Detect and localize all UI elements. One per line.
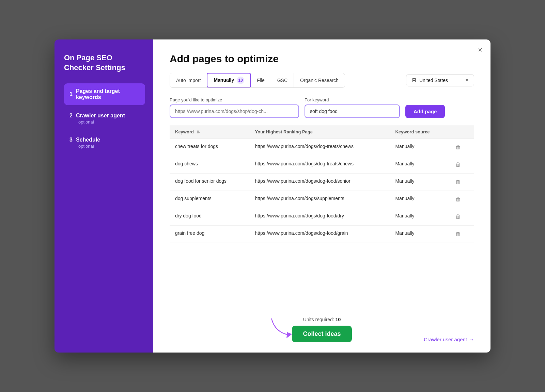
tab-manually-label: Manually	[214, 77, 234, 83]
delete-button[interactable]: 🗑	[453, 144, 463, 151]
tabs-group: Auto Import Manually 10 File GSC Organic…	[170, 73, 345, 88]
delete-button[interactable]: 🗑	[453, 178, 463, 186]
main-content: × Add pages to optimize Auto Import Manu…	[153, 39, 490, 353]
cell-keyword: dog supplements	[170, 191, 250, 208]
chevron-down-icon: ▼	[465, 78, 469, 83]
cell-source: Manually	[390, 191, 448, 208]
cell-delete: 🗑	[448, 139, 474, 156]
col-actions	[448, 125, 474, 139]
delete-button[interactable]: 🗑	[453, 230, 463, 238]
sidebar-item-number-2: 2	[69, 113, 73, 119]
tabs-row: Auto Import Manually 10 File GSC Organic…	[170, 73, 474, 88]
cell-page: https://www.purina.com/dogs/dog-treats/c…	[250, 139, 390, 156]
table-container: Keyword ⇅ Your Highest Ranking Page Keyw…	[170, 125, 474, 311]
table-row: grain free dog https://www.purina.com/do…	[170, 226, 474, 243]
cell-delete: 🗑	[448, 208, 474, 226]
sidebar-item-label-1: Pages and target keywords	[76, 88, 140, 100]
cell-keyword: chew treats for dogs	[170, 139, 250, 156]
add-page-button[interactable]: Add page	[405, 105, 445, 118]
crawler-user-agent-link[interactable]: Crawler user agent →	[424, 337, 474, 342]
cell-page: https://www.purina.com/dogs/dog-food/dry	[250, 208, 390, 226]
arrow-decoration	[268, 315, 295, 339]
col-source: Keyword source	[390, 125, 448, 139]
col-page: Your Highest Ranking Page	[250, 125, 390, 139]
tab-file[interactable]: File	[251, 73, 271, 87]
units-value: 10	[336, 317, 341, 322]
cell-source: Manually	[390, 208, 448, 226]
table-row: dog food for senior dogs https://www.pur…	[170, 174, 474, 191]
sidebar-item-label-2: Crawler user agent	[76, 113, 125, 119]
monitor-icon: 🖥	[411, 77, 417, 83]
tab-gsc[interactable]: GSC	[271, 73, 294, 87]
sidebar-item-sublabel-3: optional	[78, 144, 140, 149]
sidebar-item-sublabel-2: optional	[78, 119, 140, 125]
sidebar-item-label-3: Schedule	[76, 137, 100, 143]
form-row: Page you'd like to optimize For keyword …	[170, 97, 474, 118]
tab-organic-research[interactable]: Organic Research	[294, 73, 345, 87]
main-inner: Add pages to optimize Auto Import Manual…	[153, 39, 490, 353]
delete-button[interactable]: 🗑	[453, 196, 463, 203]
cell-page: https://www.purina.com/dogs/dog-treats/c…	[250, 156, 390, 174]
cell-page: https://www.purina.com/dogs/dog-food/gra…	[250, 226, 390, 243]
sidebar-item-schedule[interactable]: 3 Schedule optional	[64, 132, 145, 153]
units-text: Units required: 10	[303, 317, 341, 322]
keyword-input[interactable]	[305, 104, 400, 118]
cell-page: https://www.purina.com/dogs/supplements	[250, 191, 390, 208]
data-table: Keyword ⇅ Your Highest Ranking Page Keyw…	[170, 125, 474, 243]
cell-delete: 🗑	[448, 156, 474, 174]
cell-keyword: dry dog food	[170, 208, 250, 226]
crawler-link-label: Crawler user agent	[424, 337, 467, 342]
country-selector[interactable]: 🖥 United States ▼	[406, 74, 474, 86]
delete-button[interactable]: 🗑	[453, 213, 463, 220]
table-row: dog chews https://www.purina.com/dogs/do…	[170, 156, 474, 174]
sidebar-item-number-3: 3	[69, 137, 73, 143]
tab-manually-badge: 10	[237, 77, 244, 84]
country-label: United States	[419, 78, 462, 83]
svg-marker-0	[286, 332, 292, 338]
tab-auto-import[interactable]: Auto Import	[170, 73, 207, 87]
tab-manually[interactable]: Manually 10	[207, 73, 251, 88]
cell-page: https://www.purina.com/dogs/dog-food/sen…	[250, 174, 390, 191]
table-row: dog supplements https://www.purina.com/d…	[170, 191, 474, 208]
keyword-label: For keyword	[305, 97, 400, 102]
cell-delete: 🗑	[448, 226, 474, 243]
sidebar: On Page SEO Checker Settings 1 Pages and…	[54, 39, 153, 353]
col-keyword: Keyword ⇅	[170, 125, 250, 139]
sidebar-item-number-1: 1	[69, 91, 73, 97]
footer-center: Units required: 10 Collect ideas	[292, 317, 352, 342]
footer-area: Units required: 10 Collect ideas Crawler…	[170, 311, 474, 346]
crawler-link-arrow: →	[469, 337, 474, 342]
cell-delete: 🗑	[448, 174, 474, 191]
page-label: Page you'd like to optimize	[170, 97, 299, 102]
table-row: dry dog food https://www.purina.com/dogs…	[170, 208, 474, 226]
cell-source: Manually	[390, 156, 448, 174]
sort-icon[interactable]: ⇅	[197, 130, 200, 134]
page-input[interactable]	[170, 104, 299, 118]
cell-keyword: dog chews	[170, 156, 250, 174]
page-title: Add pages to optimize	[170, 53, 474, 65]
delete-button[interactable]: 🗑	[453, 161, 463, 168]
collect-ideas-button[interactable]: Collect ideas	[292, 326, 352, 342]
cell-keyword: grain free dog	[170, 226, 250, 243]
close-button[interactable]: ×	[477, 45, 484, 55]
cell-source: Manually	[390, 174, 448, 191]
page-form-group: Page you'd like to optimize	[170, 97, 299, 118]
cell-delete: 🗑	[448, 191, 474, 208]
cell-keyword: dog food for senior dogs	[170, 174, 250, 191]
sidebar-item-pages[interactable]: 1 Pages and target keywords	[64, 83, 145, 105]
cell-source: Manually	[390, 226, 448, 243]
sidebar-title: On Page SEO Checker Settings	[64, 53, 145, 72]
cell-source: Manually	[390, 139, 448, 156]
sidebar-nav: 1 Pages and target keywords 2 Crawler us…	[64, 83, 145, 153]
table-row: chew treats for dogs https://www.purina.…	[170, 139, 474, 156]
sidebar-item-crawler[interactable]: 2 Crawler user agent optional	[64, 108, 145, 129]
modal-overlay: On Page SEO Checker Settings 1 Pages and…	[54, 39, 490, 353]
keyword-form-group: For keyword	[305, 97, 400, 118]
